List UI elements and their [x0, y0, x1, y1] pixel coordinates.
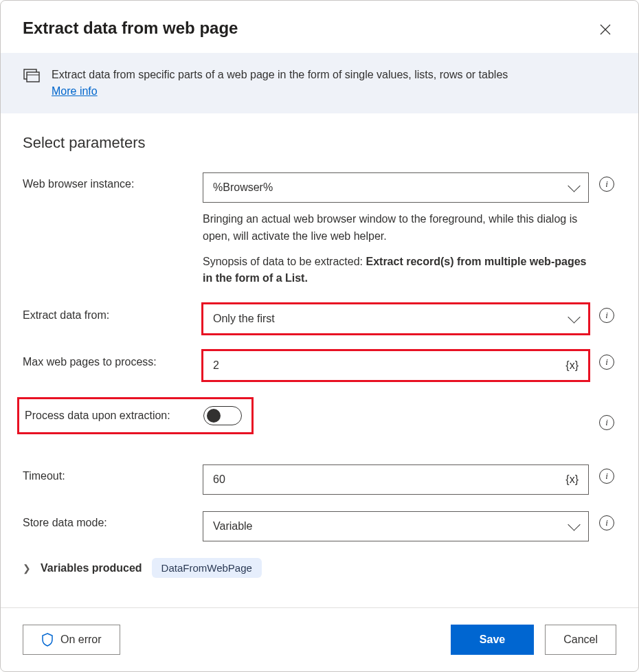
close-icon	[600, 24, 611, 35]
info-icon[interactable]: i	[599, 308, 614, 323]
extract-from-select[interactable]: Only the first	[203, 304, 589, 334]
variable-token-icon[interactable]: {x}	[565, 359, 579, 372]
browser-instance-value: %Browser%	[213, 181, 273, 194]
max-pages-value: 2	[213, 359, 219, 372]
variables-produced-label: Variables produced	[41, 562, 142, 574]
info-icon[interactable]: i	[599, 177, 614, 192]
variable-badge[interactable]: DataFromWebPage	[152, 558, 262, 578]
section-title: Select parameters	[23, 134, 616, 152]
cancel-button[interactable]: Cancel	[545, 625, 616, 655]
browser-helper-text: Bringing an actual web browser window to…	[203, 211, 589, 245]
banner-text: Extract data from specific parts of a we…	[52, 69, 508, 80]
max-pages-input[interactable]: 2 {x}	[203, 350, 589, 381]
variable-token-icon[interactable]: {x}	[565, 473, 579, 486]
info-icon[interactable]: i	[599, 469, 614, 484]
extract-from-label: Extract data from:	[23, 304, 194, 322]
save-button[interactable]: Save	[451, 625, 534, 655]
synopsis-text: Synopsis of data to be extracted: Extrac…	[203, 254, 589, 288]
dialog-title: Extract data from web page	[23, 19, 238, 38]
timeout-value: 60	[213, 473, 225, 486]
web-extract-icon	[23, 67, 41, 85]
timeout-label: Timeout:	[23, 464, 194, 482]
process-data-highlight: Process data upon extraction:	[17, 397, 254, 434]
max-pages-label: Max web pages to process:	[23, 350, 194, 368]
store-mode-value: Variable	[213, 520, 253, 533]
info-banner: Extract data from specific parts of a we…	[1, 53, 638, 113]
variables-expand-caret[interactable]: ❯	[23, 563, 31, 574]
extract-from-value: Only the first	[213, 313, 275, 325]
info-icon[interactable]: i	[599, 415, 614, 430]
store-mode-label: Store data mode:	[23, 511, 194, 529]
process-data-toggle[interactable]	[203, 406, 242, 425]
store-mode-select[interactable]: Variable	[203, 511, 589, 541]
svg-rect-1	[27, 72, 39, 82]
browser-instance-select[interactable]: %Browser%	[203, 172, 589, 203]
info-icon[interactable]: i	[599, 355, 614, 370]
process-data-label: Process data upon extraction:	[19, 410, 191, 422]
close-button[interactable]	[594, 19, 616, 41]
on-error-button[interactable]: On error	[23, 625, 120, 655]
more-info-link[interactable]: More info	[52, 85, 98, 97]
browser-instance-label: Web browser instance:	[23, 172, 194, 190]
shield-icon	[41, 633, 54, 647]
timeout-input[interactable]: 60 {x}	[203, 464, 589, 495]
info-icon[interactable]: i	[599, 515, 614, 530]
